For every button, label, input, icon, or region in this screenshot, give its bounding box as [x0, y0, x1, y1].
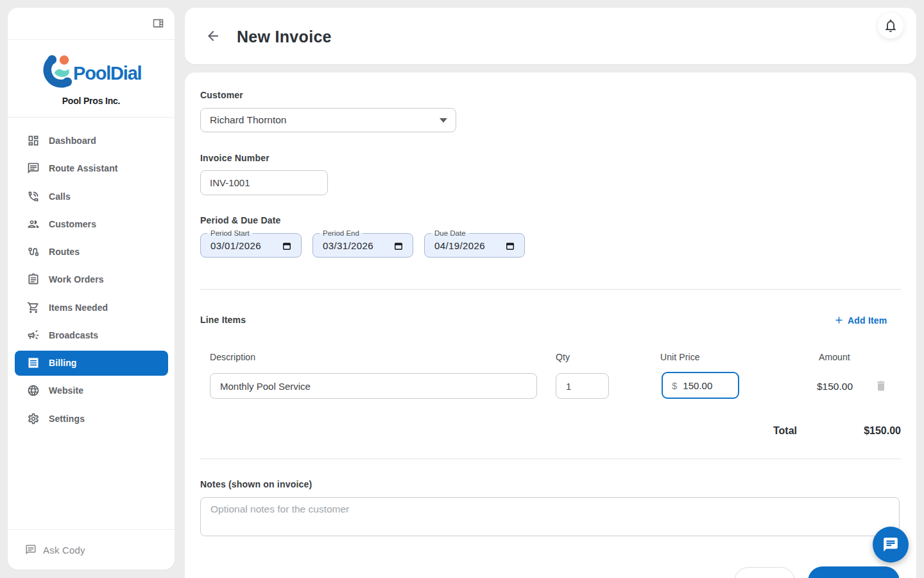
svg-text:PoolDial: PoolDial: [73, 63, 141, 83]
